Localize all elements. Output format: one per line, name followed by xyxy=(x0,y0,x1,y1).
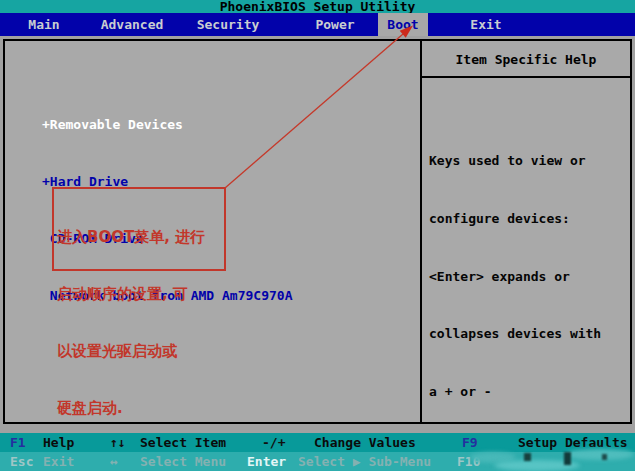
erased-text-smudge xyxy=(492,446,635,471)
tab-main[interactable]: Main xyxy=(14,13,74,36)
annotation-box: 进入BOOT菜单, 进行 启动顺序的设置, 可 以设置光驱启动或 硬盘启动. xyxy=(52,187,226,271)
smudge-mark xyxy=(524,453,531,461)
statusbar-row2: Esc Exit ↔ Select Menu Enter Select ▶ Su… xyxy=(0,452,635,471)
key-leftright-icon: ↔ xyxy=(110,452,118,471)
bios-title: PhoenixBIOS Setup Utility xyxy=(0,0,635,13)
help-line: collapses devices with xyxy=(429,324,601,343)
smudge-mark xyxy=(602,454,607,460)
help-panel-title: Item Specific Help xyxy=(422,41,630,78)
key-enter-label: Select ▶ Sub-Menu xyxy=(298,452,431,471)
smudge-blob xyxy=(566,449,634,460)
help-line: a + or - xyxy=(429,382,601,401)
key-esc-label: Exit xyxy=(43,452,74,471)
key-updown-icon: ↑↓ xyxy=(110,433,126,452)
key-f9: F9 xyxy=(462,433,478,452)
key-minusplus-label: Change Values xyxy=(314,433,416,452)
key-esc: Esc xyxy=(10,452,33,471)
tab-advanced[interactable]: Advanced xyxy=(92,13,172,36)
help-panel: Item Specific Help Keys used to view or … xyxy=(420,41,630,422)
boot-menu-panel: +Removable Devices +Hard Drive CD-ROM Dr… xyxy=(3,39,632,424)
key-updown-label: Select Item xyxy=(140,433,226,452)
menu-bar: Main Advanced Security Power Boot Exit xyxy=(0,13,635,36)
annotation-line: 进入BOOT菜单, 进行 xyxy=(57,228,224,247)
tab-power[interactable]: Power xyxy=(305,13,365,36)
key-enter: Enter xyxy=(247,452,286,471)
annotation-line: 硬盘启动. xyxy=(57,399,224,418)
tab-boot-active[interactable]: Boot xyxy=(378,13,428,36)
help-line: <Enter> expands or xyxy=(429,267,601,286)
smudge-mark xyxy=(564,452,571,465)
key-f1-label: Help xyxy=(43,433,74,452)
help-text: Keys used to view or configure devices: … xyxy=(429,113,601,471)
tab-exit[interactable]: Exit xyxy=(458,13,514,36)
tab-security[interactable]: Security xyxy=(192,13,264,36)
annotation-line: 启动顺序的设置, 可 xyxy=(57,285,224,304)
key-leftright-label: Select Menu xyxy=(140,452,226,471)
key-minusplus: -/+ xyxy=(262,433,285,452)
list-item-removable-devices[interactable]: +Removable Devices xyxy=(42,115,292,134)
help-line: configure devices: xyxy=(429,209,601,228)
key-f1: F1 xyxy=(10,433,26,452)
help-line: Keys used to view or xyxy=(429,151,601,170)
annotation-line: 以设置光驱启动或 xyxy=(57,342,224,361)
